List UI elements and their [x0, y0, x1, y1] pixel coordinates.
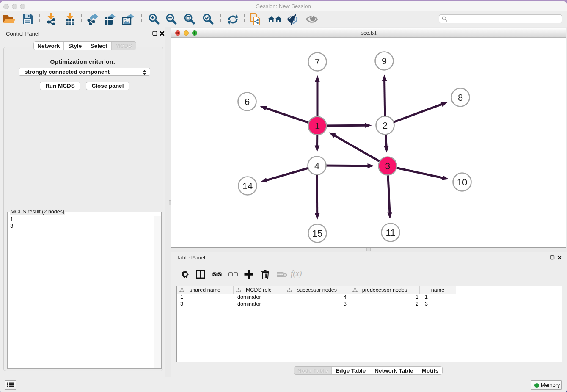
svg-text:14: 14	[242, 181, 253, 191]
svg-text:9: 9	[382, 56, 387, 66]
svg-text:10: 10	[457, 177, 467, 188]
svg-text:1: 1	[315, 121, 320, 131]
svg-text:15: 15	[312, 228, 322, 239]
svg-text:8: 8	[458, 92, 463, 103]
svg-text:11: 11	[386, 227, 396, 238]
svg-text:7: 7	[315, 57, 320, 67]
svg-text:3: 3	[385, 161, 390, 171]
svg-text:2: 2	[383, 120, 388, 131]
svg-text:4: 4	[314, 160, 319, 171]
svg-text:6: 6	[245, 97, 250, 107]
